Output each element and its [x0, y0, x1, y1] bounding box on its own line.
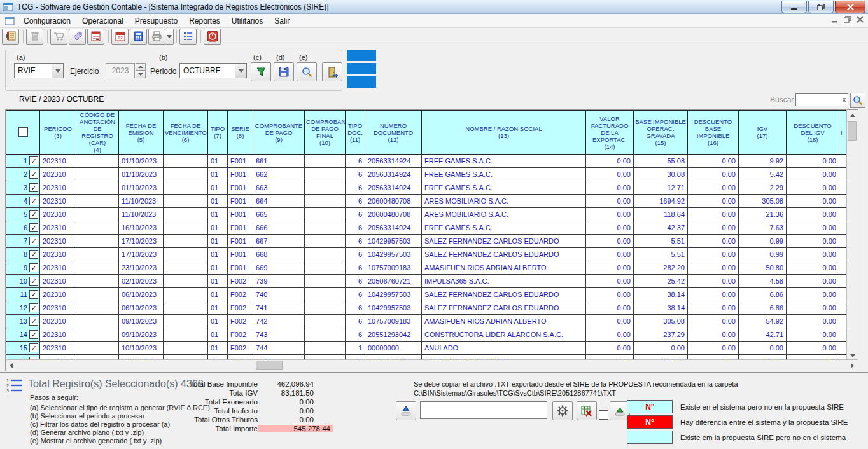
row-select-cell[interactable]: 3✓	[6, 181, 40, 195]
row-select-cell[interactable]: 8✓	[6, 248, 40, 261]
row-select-cell[interactable]: 15✓	[6, 342, 40, 355]
search-clear-icon[interactable]: x	[843, 96, 846, 103]
row-checkbox[interactable]: ✓	[29, 303, 38, 312]
row-select-cell[interactable]: 2✓	[6, 168, 40, 181]
table-row[interactable]: 1✓20231001/10/202301F001661620563314924F…	[6, 155, 848, 168]
vertical-scrollbar[interactable]	[846, 110, 858, 361]
mdi-close-icon[interactable]	[857, 16, 864, 23]
horizontal-scrollbar[interactable]	[6, 359, 858, 371]
ejercicio-spinner[interactable]	[136, 63, 146, 78]
menu-salir[interactable]: Salir	[269, 15, 295, 27]
row-checkbox[interactable]: ✓	[29, 277, 38, 286]
row-checkbox[interactable]: ✓	[29, 250, 38, 259]
search-button[interactable]	[850, 93, 865, 108]
vertical-scroll-thumb[interactable]	[848, 121, 857, 141]
scroll-right-icon[interactable]	[847, 360, 858, 371]
row-select-cell[interactable]: 1✓	[6, 155, 40, 168]
table-row[interactable]: 6✓20231016/10/202301F001666620563314924F…	[6, 221, 848, 235]
periodo-select[interactable]: OCTUBRE	[179, 63, 247, 78]
calculator-button[interactable]	[130, 29, 147, 45]
exit-door-button[interactable]	[322, 62, 342, 81]
horizontal-scroll-thumb[interactable]	[256, 361, 283, 370]
tag-button[interactable]	[69, 29, 86, 45]
print-button[interactable]	[148, 29, 165, 45]
row-select-cell[interactable]: 4✓	[6, 195, 40, 208]
row-checkbox[interactable]: ✓	[29, 156, 38, 165]
scroll-up-icon[interactable]	[847, 110, 858, 121]
menu-utilitarios[interactable]: Utilitarios	[226, 15, 269, 27]
row-checkbox[interactable]: ✓	[29, 317, 38, 326]
chevron-down-icon[interactable]	[52, 64, 63, 78]
invoice-button[interactable]	[87, 29, 104, 45]
row-select-cell[interactable]: 7✓	[6, 235, 40, 248]
cell-fecha-emision: 09/10/2023	[119, 315, 164, 328]
row-select-cell[interactable]: 5✓	[6, 208, 40, 221]
menu-reportes[interactable]: Reportes	[183, 15, 226, 27]
table-row[interactable]: 13✓20231009/10/202301F002742610757009183…	[6, 315, 848, 328]
table-row[interactable]: 12✓20231006/10/202301F002741610429957503…	[6, 301, 848, 315]
show-file-button[interactable]	[297, 62, 317, 81]
trash-button[interactable]	[26, 29, 43, 45]
select-all-checkbox[interactable]	[18, 127, 28, 137]
ejercicio-input[interactable]: 2023	[106, 63, 135, 78]
cart-button[interactable]	[50, 29, 67, 45]
exit-power-button[interactable]	[204, 29, 221, 45]
table-row[interactable]: 5✓20231011/10/202301F001665620600480708A…	[6, 208, 848, 221]
table-row[interactable]: 10✓20231002/10/202301F002739620506760721…	[6, 275, 848, 288]
row-checkbox[interactable]: ✓	[29, 343, 38, 352]
chevron-down-icon[interactable]	[235, 64, 246, 78]
generate-file-button[interactable]	[274, 62, 294, 81]
select-all-header[interactable]	[6, 111, 40, 155]
minimize-button[interactable]	[781, 1, 807, 13]
scroll-left-icon[interactable]	[6, 360, 17, 371]
process-settings-button[interactable]	[552, 401, 573, 420]
row-select-cell[interactable]: 6✓	[6, 221, 40, 235]
accounting-book-button[interactable]	[2, 29, 19, 45]
registro-type-select[interactable]: RVIE	[14, 63, 64, 78]
row-select-cell[interactable]: 11✓	[6, 288, 40, 301]
table-row[interactable]: 3✓20231001/10/202301F001663620563314924F…	[6, 181, 848, 195]
spin-up-icon[interactable]	[136, 63, 146, 71]
compare-sheet-button[interactable]	[577, 401, 597, 420]
table-row[interactable]: 8✓20231017/10/202301F001668610429957503S…	[6, 248, 848, 261]
row-checkbox[interactable]: ✓	[29, 223, 38, 232]
row-checkbox[interactable]: ✓	[29, 210, 38, 219]
spin-down-icon[interactable]	[136, 71, 146, 78]
row-checkbox[interactable]: ✓	[29, 263, 38, 272]
file-path-input[interactable]	[420, 401, 547, 419]
table-row[interactable]: 11✓20231006/10/202301F002740610429957503…	[6, 288, 848, 301]
row-checkbox[interactable]: ✓	[29, 170, 38, 179]
mdi-restore-icon[interactable]	[844, 16, 851, 23]
row-select-cell[interactable]: 12✓	[6, 301, 40, 315]
row-checkbox[interactable]: ✓	[29, 197, 38, 205]
table-row[interactable]: 7✓20231017/10/202301F001667610429957503S…	[6, 235, 848, 248]
table-row[interactable]: 9✓20231023/10/202301F001669610757009183A…	[6, 261, 848, 275]
calendar-button[interactable]: 17	[111, 29, 129, 45]
table-row[interactable]: 4✓20231011/10/202301F001664620600480708A…	[6, 195, 848, 208]
close-button[interactable]	[835, 1, 865, 13]
row-select-cell[interactable]: 9✓	[6, 261, 40, 275]
row-checkbox[interactable]: ✓	[29, 290, 38, 299]
row-select-cell[interactable]: 10✓	[6, 275, 40, 288]
row-checkbox[interactable]: ✓	[29, 330, 38, 339]
table-row[interactable]: 2✓20231001/10/202301F001662620563314924F…	[6, 168, 848, 181]
total-label: Total Base Imponible	[153, 380, 258, 388]
row-select-cell[interactable]: 13✓	[6, 315, 40, 328]
search-input[interactable]: x	[795, 93, 848, 106]
task-list-button[interactable]	[179, 29, 197, 45]
table-row[interactable]: 15✓20231010/10/202301F002744100000000ANU…	[6, 342, 848, 355]
row-select-cell[interactable]: 14✓	[6, 328, 40, 342]
cell-nombre-razon-social: AMASIFUEN RIOS ADRIAN ALBERTO	[422, 315, 586, 328]
menu-operacional[interactable]: Operacional	[76, 15, 129, 27]
table-row[interactable]: 14✓20231009/10/202301F002743620551293042…	[6, 328, 848, 342]
menu-configuracion[interactable]: Configuración	[18, 15, 76, 27]
import-file-button[interactable]	[396, 401, 416, 420]
mdi-minimize-icon[interactable]	[831, 16, 839, 23]
row-checkbox[interactable]: ✓	[29, 183, 38, 192]
menu-presupuesto[interactable]: Presupuesto	[129, 15, 183, 27]
print-options-dropdown[interactable]	[165, 29, 174, 45]
compare-checkbox[interactable]	[599, 410, 608, 420]
restore-button[interactable]	[808, 1, 834, 13]
row-checkbox[interactable]: ✓	[29, 237, 38, 245]
filter-button[interactable]	[251, 62, 271, 81]
